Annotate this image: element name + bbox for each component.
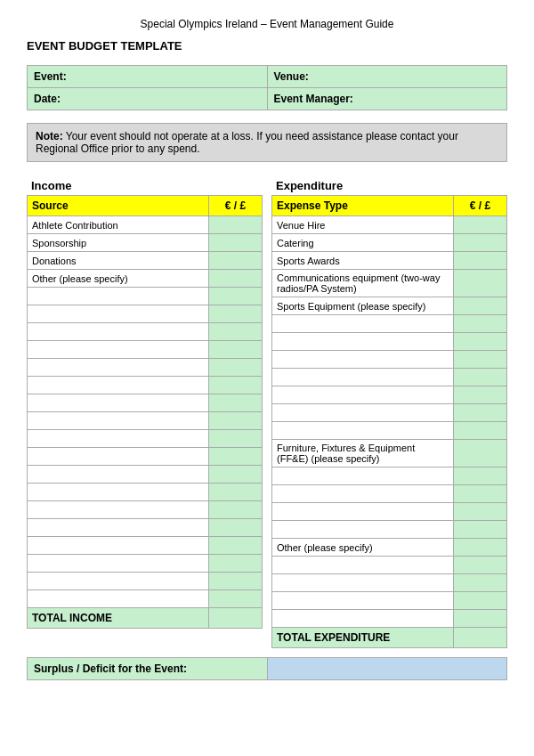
expenditure-header: Expenditure [271,176,507,195]
expenditure-row-label: Communications equipment (two-way radios… [272,270,454,297]
income-amount-col: € / £ [209,196,263,216]
expenditure-row-amount [454,440,507,467]
page-title: Special Olympics Ireland – Event Managem… [27,18,507,30]
note-box: Note: Your event should not operate at a… [27,123,507,162]
venue-cell: Venue: [267,66,507,88]
income-row-amount [209,359,263,377]
expenditure-row [272,521,507,539]
income-row-label: Athlete Contribution [28,216,209,234]
expenditure-row-label: Sports Awards [272,252,454,270]
expenditure-total-value [454,628,507,648]
income-row-label [28,484,209,501]
income-row [28,555,263,573]
income-row-label [28,305,209,323]
expenditure-row [272,610,507,628]
income-row-label [28,323,209,341]
expenditure-row-amount [454,574,507,592]
income-row-label [28,537,209,555]
income-row-amount [209,305,263,323]
income-row-amount [209,484,263,501]
expenditure-row [272,386,507,404]
expenditure-row-label [272,485,454,503]
expenditure-row [272,467,507,485]
income-row [28,448,263,466]
expenditure-row [272,503,507,521]
income-row: Athlete Contribution [28,216,263,234]
expenditure-row-amount [454,369,507,386]
income-row [28,466,263,484]
income-row [28,305,263,323]
expenditure-row-amount [454,521,507,539]
income-row [28,323,263,341]
expenditure-row-amount [454,539,507,557]
income-row-label [28,590,209,608]
surplus-value [267,658,507,680]
expenditure-row-amount [454,315,507,333]
income-row-amount [209,501,263,519]
main-title: EVENT BUDGET TEMPLATE [27,39,507,53]
income-row-label [28,555,209,573]
income-row [28,537,263,555]
income-row-amount [209,466,263,484]
income-row-label [28,466,209,484]
income-source-col: Source [28,196,209,216]
surplus-label: Surplus / Deficit for the Event: [28,658,268,680]
income-row [28,359,263,377]
expenditure-row-label [272,557,454,574]
income-row [28,341,263,359]
expenditure-row-label [272,351,454,369]
expense-amount-col: € / £ [454,196,507,216]
income-row-amount [209,341,263,359]
expenditure-row [272,422,507,440]
expenditure-row-label: Venue Hire [272,216,454,234]
expenditure-row-amount [454,485,507,503]
income-row [28,377,263,394]
income-row-amount [209,573,263,590]
income-row-amount [209,216,263,234]
expenditure-row-label: Furniture, Fixtures & Equipment (FF&E) (… [272,440,454,467]
expenditure-row [272,592,507,610]
expenditure-row-label [272,315,454,333]
expenditure-row-label: Catering [272,234,454,252]
income-row-label: Other (please specify) [28,270,209,288]
expenditure-row-amount [454,422,507,440]
expenditure-table: Expense Type € / £ Venue HireCateringSpo… [271,195,507,648]
expenditure-row-amount [454,557,507,574]
income-row-amount [209,430,263,448]
event-cell: Event: [28,66,268,88]
income-row-label [28,288,209,305]
income-row [28,288,263,305]
expenditure-row: Other (please specify) [272,539,507,557]
expenditure-row-amount [454,351,507,369]
income-total-label: TOTAL INCOME [28,608,209,629]
expenditure-row-label [272,386,454,404]
income-row [28,519,263,537]
income-row: Donations [28,252,263,270]
income-row-amount [209,288,263,305]
expenditure-row-amount [454,270,507,297]
income-row-amount [209,234,263,252]
expenditure-row-amount [454,252,507,270]
expenditure-total-row: TOTAL EXPENDITURE [272,628,507,648]
expenditure-row: Furniture, Fixtures & Equipment (FF&E) (… [272,440,507,467]
income-row [28,484,263,501]
expenditure-row [272,557,507,574]
income-row-amount [209,555,263,573]
income-table: Source € / £ Athlete ContributionSponsor… [27,195,263,629]
income-row [28,394,263,412]
expenditure-row-label [272,404,454,422]
income-header: Income [27,176,263,195]
surplus-table: Surplus / Deficit for the Event: [27,657,507,680]
expenditure-row-label [272,503,454,521]
event-info-table: Event: Venue: Date: Event Manager: [27,65,507,110]
expenditure-row-label [272,422,454,440]
expense-type-col: Expense Type [272,196,454,216]
expenditure-row-amount [454,216,507,234]
expenditure-row-label: Sports Equipment (please specify) [272,297,454,315]
income-row-label [28,359,209,377]
expenditure-row [272,404,507,422]
income-row-amount [209,270,263,288]
income-row [28,430,263,448]
income-row-label [28,341,209,359]
expenditure-row-amount [454,503,507,521]
